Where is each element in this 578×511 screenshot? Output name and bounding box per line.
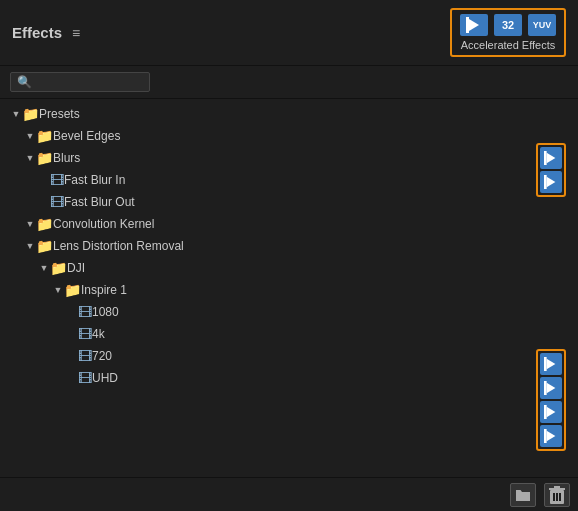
item-label-bevel-edges: Bevel Edges	[53, 129, 120, 143]
film-icon-uhd: 🎞	[78, 371, 92, 385]
svg-rect-16	[554, 486, 560, 488]
tree-item-lens-distortion[interactable]: 📁 Lens Distortion Removal	[0, 235, 578, 257]
accel-icon-fast-blur-in	[540, 147, 562, 169]
accel-icon-uhd	[540, 425, 562, 447]
film-icon-fast-blur-out: 🎞	[50, 195, 64, 209]
svg-marker-2	[547, 153, 556, 164]
accel-icon-4k	[540, 377, 562, 399]
accel-icon-720	[540, 401, 562, 423]
accel-32-icon: 32	[494, 14, 522, 36]
film-icon-4k: 🎞	[78, 327, 92, 341]
bottom-bar	[0, 477, 578, 511]
folder-star-icon-bevel-edges: 📁	[36, 129, 53, 143]
hamburger-menu[interactable]: ≡	[72, 25, 80, 41]
item-label-convolution-kernel: Convolution Kernel	[53, 217, 154, 231]
tree-item-1080[interactable]: 🎞 1080	[0, 301, 578, 323]
item-label-blurs: Blurs	[53, 151, 80, 165]
accelerated-effects-group: 32 YUV Accelerated Effects	[450, 8, 566, 57]
item-label-uhd: UHD	[92, 371, 118, 385]
folder-star-icon-presets: 📁	[22, 107, 39, 121]
accelerated-effects-label: Accelerated Effects	[461, 39, 556, 51]
accel-icons-row: 32 YUV	[460, 14, 556, 36]
tree-item-fast-blur-out[interactable]: 🎞 Fast Blur Out	[0, 191, 578, 213]
folder-star-icon-convolution-kernel: 📁	[36, 217, 53, 231]
tree-container: 📁 Presets 📁 Bevel Edges 📁 Blurs 🎞 Fast B…	[0, 99, 578, 477]
search-box[interactable]: 🔍	[10, 72, 150, 92]
folder-star-icon-inspire-1: 📁	[64, 283, 81, 297]
item-label-fast-blur-out: Fast Blur Out	[64, 195, 135, 209]
tree-item-blurs[interactable]: 📁 Blurs	[0, 147, 578, 169]
svg-marker-0	[469, 19, 479, 31]
chevron-convolution-kernel[interactable]	[24, 218, 36, 230]
svg-rect-13	[544, 429, 547, 443]
svg-rect-5	[544, 175, 547, 189]
chevron-presets[interactable]	[10, 108, 22, 120]
folder-star-icon-dji: 📁	[50, 261, 67, 275]
chevron-dji[interactable]	[38, 262, 50, 274]
svg-marker-6	[547, 359, 556, 370]
svg-rect-19	[559, 493, 561, 501]
chevron-lens-distortion[interactable]	[24, 240, 36, 252]
item-label-inspire-1: Inspire 1	[81, 283, 127, 297]
film-icon-720: 🎞	[78, 349, 92, 363]
accel-icon-fast-blur-out	[540, 171, 562, 193]
panel-header: Effects ≡ 32 YUV	[0, 0, 578, 66]
chevron-blurs[interactable]	[24, 152, 36, 164]
svg-marker-4	[547, 177, 556, 188]
svg-rect-17	[553, 493, 555, 501]
svg-rect-1	[466, 17, 469, 33]
svg-marker-8	[547, 383, 556, 394]
toolbar-row: 🔍	[0, 66, 578, 99]
film-icon-fast-blur-in: 🎞	[50, 173, 64, 187]
effects-panel: Effects ≡ 32 YUV	[0, 0, 578, 511]
delete-button[interactable]	[544, 483, 570, 507]
tree-item-presets[interactable]: 📁 Presets	[0, 103, 578, 125]
chevron-bevel-edges[interactable]	[24, 130, 36, 142]
item-label-dji: DJI	[67, 261, 85, 275]
svg-rect-3	[544, 151, 547, 165]
tree-item-4k[interactable]: 🎞 4k	[0, 323, 578, 345]
tree-item-uhd[interactable]: 🎞 UHD	[0, 367, 578, 389]
item-label-720: 720	[92, 349, 112, 363]
tree-item-720[interactable]: 🎞 720	[0, 345, 578, 367]
item-label-4k: 4k	[92, 327, 105, 341]
tree-item-dji[interactable]: 📁 DJI	[0, 257, 578, 279]
svg-rect-15	[549, 488, 565, 490]
search-icon: 🔍	[17, 75, 32, 89]
svg-rect-18	[556, 493, 558, 501]
tree-item-fast-blur-in[interactable]: 🎞 Fast Blur In	[0, 169, 578, 191]
new-folder-button[interactable]	[510, 483, 536, 507]
film-icon-1080: 🎞	[78, 305, 92, 319]
search-input[interactable]	[36, 75, 143, 89]
item-label-presets: Presets	[39, 107, 80, 121]
tree-item-convolution-kernel[interactable]: 📁 Convolution Kernel	[0, 213, 578, 235]
svg-rect-11	[544, 405, 547, 419]
tree-item-inspire-1[interactable]: 📁 Inspire 1	[0, 279, 578, 301]
accel-yuv-icon: YUV	[528, 14, 556, 36]
svg-rect-9	[544, 381, 547, 395]
folder-star-icon-lens-distortion: 📁	[36, 239, 53, 253]
tree-list: 📁 Presets 📁 Bevel Edges 📁 Blurs 🎞 Fast B…	[0, 103, 578, 389]
tree-item-bevel-edges[interactable]: 📁 Bevel Edges	[0, 125, 578, 147]
accel-right-column-bottom	[536, 349, 566, 451]
svg-marker-12	[547, 431, 556, 442]
svg-marker-10	[547, 407, 556, 418]
item-label-1080: 1080	[92, 305, 119, 319]
accel-play-icon	[460, 14, 488, 36]
item-label-fast-blur-in: Fast Blur In	[64, 173, 125, 187]
item-label-lens-distortion: Lens Distortion Removal	[53, 239, 184, 253]
chevron-inspire-1[interactable]	[52, 284, 64, 296]
accel-right-column	[536, 143, 566, 197]
panel-title: Effects	[12, 24, 62, 41]
accel-icon-1080	[540, 353, 562, 375]
svg-rect-7	[544, 357, 547, 371]
folder-star-icon-blurs: 📁	[36, 151, 53, 165]
